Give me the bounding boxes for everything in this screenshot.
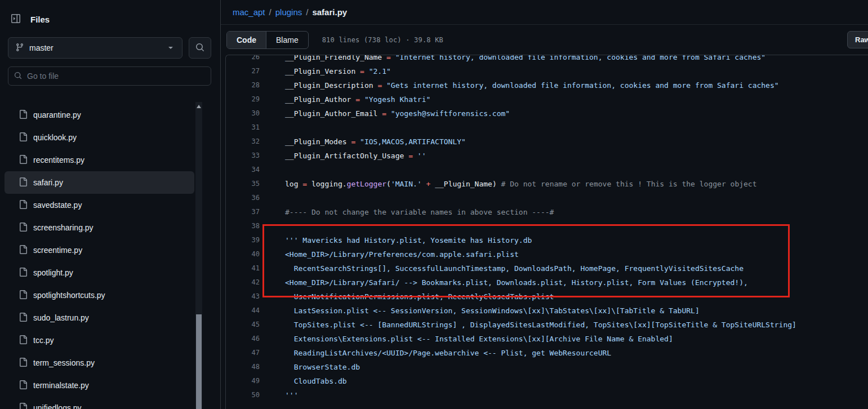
branch-selector[interactable]: master — [8, 37, 182, 59]
search-code-button[interactable] — [189, 37, 211, 59]
file-tree-item-savedstate-py[interactable]: savedstate.py — [5, 194, 194, 216]
code-line: 33 __Plugin_ArtifactOnly_Usage = '' — [226, 149, 868, 163]
sidebar-collapse-icon — [11, 14, 20, 25]
file-tree-item-screensharing-py[interactable]: screensharing.py — [5, 216, 194, 239]
line-number[interactable]: 43 — [226, 290, 264, 304]
file-icon — [19, 290, 28, 301]
line-content: Extensions\Extensions.plist <-- Installe… — [264, 332, 673, 346]
line-number[interactable]: 35 — [226, 177, 264, 191]
line-number[interactable]: 39 — [226, 233, 264, 247]
line-number[interactable]: 26 — [226, 55, 264, 64]
line-number[interactable]: 33 — [226, 149, 264, 163]
file-tree-item-tcc-py[interactable]: tcc.py — [5, 329, 194, 352]
line-number[interactable]: 46 — [226, 332, 264, 346]
line-number[interactable]: 27 — [226, 64, 264, 78]
go-to-file-input[interactable]: Go to file — [8, 66, 211, 86]
file-tree-item-terminalstate-py[interactable]: terminalstate.py — [5, 374, 194, 397]
line-number[interactable]: 44 — [226, 304, 264, 318]
file-tree-item-term_sessions-py[interactable]: term_sessions.py — [5, 352, 194, 374]
line-number[interactable]: 41 — [226, 261, 264, 275]
code-line: 48 BrowserState.db — [226, 360, 868, 374]
breadcrumb-current-file: safari.py — [312, 7, 347, 17]
scroll-up-arrow-icon[interactable] — [197, 105, 201, 108]
file-name: sudo_lastrun.py — [33, 313, 89, 322]
file-name: recentitems.py — [33, 155, 84, 165]
goto-file-placeholder: Go to file — [27, 72, 59, 81]
file-tree-item-recentitems-py[interactable]: recentitems.py — [5, 149, 194, 171]
file-icon — [19, 200, 28, 211]
file-icon — [19, 245, 28, 256]
file-toolbar: CodeBlame 810 lines (738 loc) · 39.8 KB … — [221, 25, 868, 55]
file-icon — [19, 110, 28, 121]
code-line: 41 RecentSearchStrings[], SuccessfulLaun… — [226, 261, 868, 275]
file-icon — [19, 268, 28, 278]
raw-button[interactable]: Raw — [847, 31, 868, 48]
sidebar-header: Files — [0, 0, 220, 34]
file-tree-item-unifiedlogs-py[interactable]: unifiedlogs.py — [5, 397, 194, 409]
code-line: 39 ''' Mavericks had History.plist, Yose… — [226, 233, 868, 247]
github-code-page: Files master — [0, 0, 868, 409]
file-name: savedstate.py — [33, 201, 82, 210]
line-number[interactable]: 29 — [226, 92, 264, 106]
file-icon — [19, 313, 28, 323]
tab-blame[interactable]: Blame — [266, 32, 308, 48]
file-icon — [19, 380, 28, 391]
line-number[interactable]: 47 — [226, 346, 264, 360]
line-number[interactable]: 34 — [226, 163, 264, 177]
code-line: 29 __Plugin_Author = "Yogesh Khatri" — [226, 92, 868, 106]
line-content: UserNotificationPermissions.plist, Recen… — [264, 290, 554, 304]
code-line: 36 — [226, 191, 868, 205]
line-number[interactable]: 30 — [226, 106, 264, 121]
file-tree-item-spotlightshortcuts-py[interactable]: spotlightshortcuts.py — [5, 284, 194, 306]
code-line: 47 ReadingListArchives/<UUID>/Page.webar… — [226, 346, 868, 360]
file-tree-item-sudo_lastrun-py[interactable]: sudo_lastrun.py — [5, 306, 194, 329]
collapse-sidebar-button[interactable] — [7, 10, 25, 28]
file-name: term_sessions.py — [33, 358, 95, 367]
line-number[interactable]: 49 — [226, 374, 264, 388]
line-number[interactable]: 45 — [226, 318, 264, 332]
line-number[interactable]: 40 — [226, 247, 264, 261]
line-number[interactable]: 38 — [226, 219, 264, 233]
file-tree-item-quicklook-py[interactable]: quicklook.py — [5, 126, 194, 149]
file-icon — [19, 155, 28, 166]
line-content: TopSites.plist <-- [BannedURLStrings] , … — [264, 318, 796, 332]
code-line: 34 — [226, 163, 868, 177]
code-line: 35 log = logging.getLogger('MAIN.' + __P… — [226, 177, 868, 191]
goto-file-wrapper: Go to file — [0, 59, 220, 86]
tab-code[interactable]: Code — [227, 32, 266, 48]
file-tree-item-quarantine-py[interactable]: quarantine.py — [5, 104, 194, 126]
file-name: spotlightshortcuts.py — [33, 291, 105, 300]
breadcrumb: mac_apt / plugins / safari.py — [221, 0, 868, 25]
line-content — [264, 121, 285, 135]
line-number[interactable]: 48 — [226, 360, 264, 374]
breadcrumb-folder-link[interactable]: plugins — [275, 7, 302, 17]
file-name: tcc.py — [33, 336, 54, 345]
file-name: screentime.py — [33, 246, 82, 255]
code-line: 28 __Plugin_Description = "Gets internet… — [226, 78, 868, 92]
line-number[interactable]: 42 — [226, 275, 264, 290]
code-line: 43 UserNotificationPermissions.plist, Re… — [226, 290, 868, 304]
line-content: log = logging.getLogger('MAIN.' + __Plug… — [264, 177, 757, 191]
line-number[interactable]: 50 — [226, 388, 264, 402]
file-icon — [19, 358, 28, 368]
chevron-down-icon — [166, 43, 175, 54]
code-line: 38 — [226, 219, 868, 233]
files-panel-title: Files — [30, 15, 50, 24]
file-view-main: mac_apt / plugins / safari.py CodeBlame … — [221, 0, 868, 409]
line-number[interactable]: 36 — [226, 191, 264, 205]
breadcrumb-repo-link[interactable]: mac_apt — [233, 7, 265, 17]
line-content: BrowserState.db — [264, 360, 360, 374]
line-number[interactable]: 31 — [226, 121, 264, 135]
file-tree-item-spotlight-py[interactable]: spotlight.py — [5, 261, 194, 284]
line-number[interactable]: 37 — [226, 205, 264, 219]
file-tree-item-safari-py[interactable]: safari.py — [5, 171, 194, 194]
file-name: terminalstate.py — [33, 381, 89, 390]
file-tree-item-screentime-py[interactable]: screentime.py — [5, 239, 194, 261]
sidebar-scrollbar[interactable] — [195, 102, 202, 409]
line-number[interactable]: 28 — [226, 78, 264, 92]
sidebar-scrollbar-thumb[interactable] — [196, 314, 202, 409]
line-content: ''' — [264, 388, 298, 402]
line-content — [264, 191, 285, 205]
file-name: spotlight.py — [33, 268, 73, 277]
line-number[interactable]: 32 — [226, 135, 264, 149]
